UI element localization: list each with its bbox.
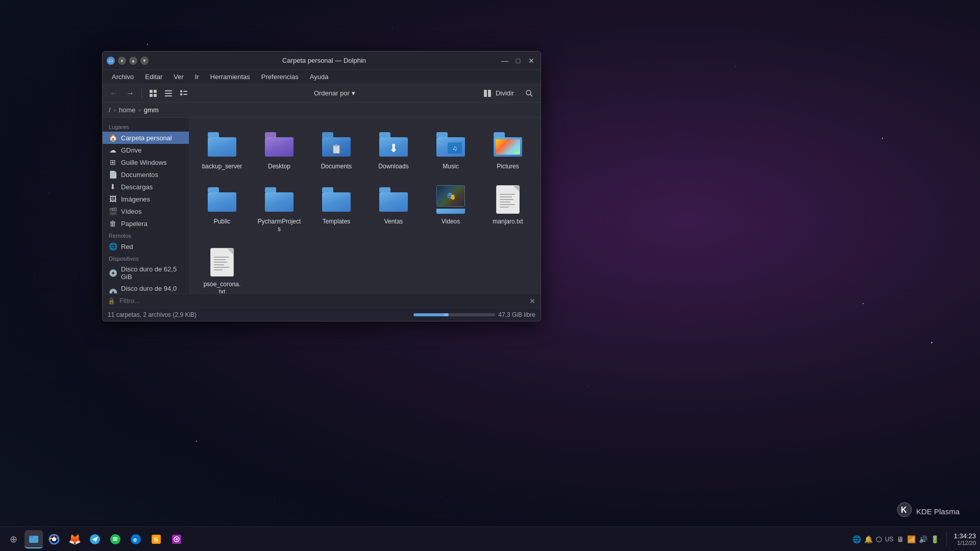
sidebar-item-descargas[interactable]: ⬇ Descargas (103, 181, 189, 193)
home-icon: 🏠 (109, 134, 117, 142)
svg-point-13 (526, 90, 531, 95)
menu-herramientas[interactable]: Herramientas (205, 72, 255, 82)
file-item-desktop[interactable]: Desktop (253, 124, 306, 175)
svg-rect-2 (150, 94, 153, 97)
menu-preferencias[interactable]: Preferencias (256, 72, 304, 82)
view-buttons (146, 86, 191, 101)
sidebar-item-guille-windows[interactable]: ⊞ Guille Windows (103, 156, 189, 168)
sidebar-label-imagenes: Imágenes (121, 195, 150, 203)
trash-icon: 🗑 (109, 219, 117, 228)
images-icon: 🖼 (109, 195, 117, 203)
sidebar-item-disco1[interactable]: 💿 Disco duro de 62,5 GiB (103, 263, 189, 283)
sidebar-item-gdrive[interactable]: ☁ GDrive (103, 144, 189, 156)
detail-view-button[interactable] (177, 86, 191, 101)
svg-text:K: K (901, 506, 907, 514)
breadcrumb-root[interactable]: / (109, 106, 111, 114)
divide-button[interactable]: Dividir (478, 88, 519, 98)
file-area: backup_server Desktop (189, 118, 541, 293)
sidebar-label-descargas: Descargas (121, 183, 153, 191)
window-icon4[interactable]: ▼ (140, 57, 149, 65)
taskbar-firefox[interactable]: 🦊 (65, 530, 84, 548)
minimize-button[interactable]: — (500, 56, 510, 66)
window-icon2[interactable]: ● (118, 57, 126, 65)
storage-bar-handle[interactable] (444, 313, 449, 316)
search-button[interactable] (522, 86, 536, 101)
sidebar-item-imagenes[interactable]: 🖼 Imágenes (103, 193, 189, 205)
taskbar-chrome[interactable] (45, 530, 63, 548)
file-item-public[interactable]: Public (195, 179, 249, 238)
breadcrumb-current: gmm (144, 106, 159, 114)
folder-icon-downloads: ⬇ (377, 128, 410, 161)
svg-rect-3 (154, 94, 157, 97)
svg-rect-8 (183, 91, 187, 92)
menu-ver[interactable]: Ver (168, 72, 189, 82)
svg-rect-9 (180, 93, 182, 95)
file-item-backup-server[interactable]: backup_server (195, 124, 249, 175)
file-grid: backup_server Desktop (195, 124, 534, 293)
close-button[interactable]: ✕ (526, 56, 536, 66)
file-item-documents[interactable]: 📋 Documents (310, 124, 363, 175)
svg-rect-12 (488, 90, 491, 97)
divide-label: Dividir (496, 89, 514, 97)
taskbar-telegram[interactable] (86, 530, 104, 548)
menu-editar[interactable]: Editar (140, 72, 167, 82)
breadcrumb-home[interactable]: home (119, 106, 136, 114)
status-text: 11 carpetas, 2 archivos (2,9 KiB) (108, 311, 413, 318)
list-view-button[interactable] (161, 86, 176, 101)
back-button[interactable]: ← (107, 86, 121, 101)
file-item-pycharmprojects[interactable]: PycharmProjects (253, 179, 306, 238)
taskbar-right: 🌐 🔔 ⬡ US 🖥 📶 🔊 🔋 1:34:23 1/12/20 (852, 532, 976, 546)
taskbar-edge[interactable]: e (127, 530, 145, 548)
file-item-videos-folder[interactable]: 🎭 Videos (424, 179, 477, 238)
menu-ayuda[interactable]: Ayuda (305, 72, 334, 82)
network-systray-icon: 🌐 (852, 535, 861, 543)
sidebar-item-documentos[interactable]: 📄 Documentos (103, 168, 189, 181)
file-label-desktop: Desktop (268, 163, 290, 171)
window-icon3[interactable]: ▲ (129, 57, 137, 65)
sidebar-item-disco2[interactable]: 💿 Disco duro de 94,0 GiB (103, 283, 189, 293)
sort-button[interactable]: Ordenar por ▾ (309, 88, 360, 98)
folder-icon-desktop (263, 128, 296, 161)
filter-input[interactable] (119, 297, 525, 305)
taskbar-spotify[interactable] (106, 530, 125, 548)
file-item-pictures[interactable]: Pictures (481, 124, 534, 175)
disk1-icon: 💿 (109, 269, 117, 277)
taskbar-discover[interactable] (167, 530, 186, 548)
sidebar-item-red[interactable]: 🌐 Red (103, 240, 189, 253)
taskbar-clock[interactable]: 1:34:23 1/12/20 (954, 532, 976, 546)
sidebar-item-papelera[interactable]: 🗑 Papelera (103, 217, 189, 230)
folder-icon-pictures (492, 128, 524, 161)
taskbar-sublime[interactable]: S (147, 530, 165, 548)
svg-rect-1 (154, 90, 157, 93)
kde-logo: K (897, 502, 912, 520)
file-item-psoe-corona-txt[interactable]: psoe_corona. txt (195, 242, 249, 293)
sidebar-item-videos[interactable]: 🎬 Vídeos (103, 205, 189, 217)
file-item-templates[interactable]: Templates (310, 179, 363, 238)
svg-line-14 (530, 94, 532, 96)
wifi-icon: 📶 (907, 535, 916, 543)
status-info-bar: 11 carpetas, 2 archivos (2,9 KiB) 47,3 G… (103, 308, 541, 321)
file-label-backup-server: backup_server (202, 163, 242, 171)
folder-icon-backup-server (206, 128, 238, 161)
sidebar-label-disco1: Disco duro de 62,5 GiB (121, 265, 183, 281)
file-item-downloads[interactable]: ⬇ Downloads (367, 124, 420, 175)
taskbar: ⊕ 🦊 (0, 527, 980, 551)
keyboard-icon: US (885, 536, 894, 543)
forward-button[interactable]: → (123, 86, 137, 101)
menu-ir[interactable]: Ir (190, 72, 204, 82)
menu-archivo[interactable]: Archivo (107, 72, 139, 82)
taskbar-files[interactable] (24, 530, 43, 548)
disk2-icon: 💿 (109, 288, 117, 293)
activities-button[interactable]: ⊕ (4, 530, 22, 548)
clock-time: 1:34:23 (954, 532, 976, 540)
sidebar-item-carpeta-personal[interactable]: 🏠 Carpeta personal (103, 132, 189, 144)
window-title: Carpeta personal — Dolphin (153, 57, 496, 64)
icon-view-button[interactable] (146, 86, 160, 101)
file-item-music[interactable]: ♫ Music (424, 124, 477, 175)
maximize-button[interactable]: □ (513, 56, 523, 66)
file-item-manjaro-txt[interactable]: manjaro.txt (481, 179, 534, 238)
filter-close-button[interactable]: ✕ (529, 297, 535, 305)
window-icon1[interactable]: 🗂 (107, 57, 115, 65)
file-item-ventas[interactable]: Ventas (367, 179, 420, 238)
file-icon-psoe-corona-txt (206, 246, 238, 279)
